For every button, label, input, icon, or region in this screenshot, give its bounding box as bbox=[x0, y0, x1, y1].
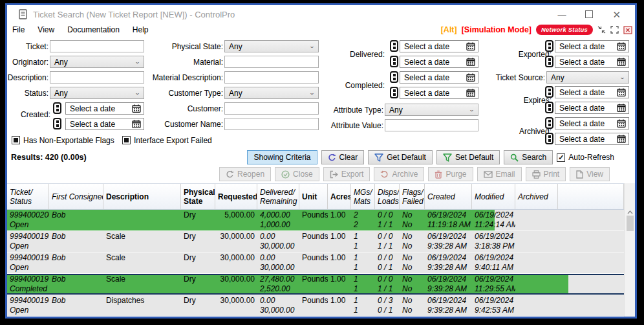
ticket-source-select[interactable]: Any⌄ bbox=[546, 71, 629, 84]
column-header-flags-failed[interactable]: Flags/Failed bbox=[400, 184, 425, 209]
between-toggle-icon[interactable] bbox=[53, 118, 61, 129]
between-toggle-icon[interactable] bbox=[545, 86, 553, 98]
calendar-icon[interactable] bbox=[132, 120, 141, 128]
calendar-icon[interactable] bbox=[617, 42, 626, 50]
minimize-button[interactable]: — bbox=[557, 10, 566, 19]
close-ticket-button[interactable]: Close bbox=[275, 167, 319, 181]
archived-start-date-input[interactable]: Select a date bbox=[555, 117, 629, 129]
customer-input[interactable] bbox=[224, 102, 319, 115]
between-toggle-icon[interactable] bbox=[390, 87, 398, 98]
collapse-icon[interactable] bbox=[597, 26, 606, 34]
close-button[interactable]: ✕ bbox=[612, 10, 621, 19]
originator-select[interactable]: Any⌄ bbox=[50, 56, 144, 68]
purge-button[interactable]: Purge bbox=[428, 167, 473, 181]
customer-name-input[interactable] bbox=[224, 118, 319, 130]
column-header-ticket-status[interactable]: Ticket/Status bbox=[7, 184, 49, 209]
between-toggle-icon[interactable] bbox=[545, 40, 553, 52]
completed-end-date-input[interactable]: Select a date bbox=[400, 87, 478, 99]
description-input[interactable] bbox=[50, 71, 144, 84]
exported-start-date-input[interactable]: Select a date bbox=[555, 40, 629, 52]
physical-state-select[interactable]: Any⌄ bbox=[224, 40, 319, 52]
attribute-value-input[interactable] bbox=[385, 119, 478, 131]
ticket-input[interactable] bbox=[50, 40, 144, 52]
material-description-input[interactable] bbox=[224, 71, 319, 84]
column-header-description[interactable]: Description bbox=[103, 184, 181, 209]
between-toggle-icon[interactable] bbox=[53, 102, 61, 114]
table-row[interactable]: 9994000200OpenBobDry5,000.004,000.001,00… bbox=[7, 210, 624, 231]
column-header-created[interactable]: Created bbox=[425, 184, 472, 209]
calendar-icon[interactable] bbox=[466, 89, 475, 97]
expires-end-date-input[interactable]: Select a date bbox=[555, 102, 629, 114]
archived-end-date-input[interactable]: Select a date bbox=[555, 133, 629, 145]
close-panel-icon[interactable] bbox=[623, 26, 632, 34]
created-end-date-input[interactable]: Select a date bbox=[65, 118, 144, 130]
material-input[interactable] bbox=[224, 56, 319, 68]
between-toggle-icon[interactable] bbox=[390, 40, 398, 52]
print-button[interactable]: Print bbox=[526, 167, 566, 181]
get-default-button[interactable]: Get Default bbox=[368, 150, 433, 164]
cell-physical-state: Dry bbox=[181, 231, 215, 252]
delivered-start-date-input[interactable]: Select a date bbox=[400, 40, 478, 52]
table-row[interactable]: 9994000197CompletedBobScaleDry30,000.002… bbox=[7, 274, 624, 295]
calendar-icon[interactable] bbox=[466, 73, 475, 82]
delivered-end-date-input[interactable]: Select a date bbox=[400, 56, 478, 68]
expand-icon[interactable] bbox=[610, 26, 619, 34]
column-header-disps-loads[interactable]: Disps/Loads bbox=[375, 184, 400, 209]
calendar-icon[interactable] bbox=[617, 58, 626, 66]
calendar-icon[interactable] bbox=[617, 119, 626, 128]
menu-help[interactable]: Help bbox=[133, 25, 149, 34]
calendar-icon[interactable] bbox=[617, 104, 626, 112]
between-toggle-icon[interactable] bbox=[390, 56, 398, 67]
network-status-badge[interactable]: Network Status bbox=[536, 25, 593, 35]
completed-start-date-input[interactable]: Select a date bbox=[400, 71, 478, 84]
calendar-icon[interactable] bbox=[466, 58, 475, 66]
calendar-icon[interactable] bbox=[617, 135, 626, 143]
column-header-physical-state[interactable]: PhysicalState bbox=[181, 184, 215, 209]
column-header-mgs-mats[interactable]: MGs/Mats bbox=[351, 184, 375, 209]
scrollbar-thumb[interactable] bbox=[627, 216, 634, 231]
clear-button[interactable]: Clear bbox=[321, 150, 365, 164]
export-button[interactable]: Export bbox=[323, 167, 370, 181]
auto-refresh-checkbox[interactable]: ✓ Auto-Refresh bbox=[557, 153, 614, 162]
has-non-exportable-flags-checkbox[interactable] bbox=[12, 136, 20, 144]
column-header-modified[interactable]: Modified bbox=[472, 184, 515, 209]
calendar-icon[interactable] bbox=[132, 104, 141, 113]
between-toggle-icon[interactable] bbox=[545, 56, 553, 67]
calendar-icon[interactable] bbox=[466, 42, 475, 50]
menu-file[interactable]: File bbox=[12, 25, 25, 34]
status-select[interactable]: Any⌄ bbox=[50, 87, 144, 99]
customer-type-select[interactable]: Any⌄ bbox=[224, 87, 319, 99]
scroll-up-icon[interactable] bbox=[627, 210, 634, 214]
menu-documentation[interactable]: Documentation bbox=[67, 25, 120, 34]
reopen-button[interactable]: Reopen bbox=[219, 167, 271, 181]
between-toggle-icon[interactable] bbox=[545, 133, 553, 144]
email-button[interactable]: Email bbox=[477, 167, 522, 181]
column-header-delivered-remaining[interactable]: Delivered/Remaining bbox=[257, 184, 299, 209]
column-header-first-consignee[interactable]: First Consignee bbox=[49, 184, 103, 209]
interface-export-failed-checkbox[interactable] bbox=[122, 136, 131, 144]
table-row[interactable]: 9994000199OpenBobScaleDry30,000.000.0030… bbox=[7, 231, 624, 252]
table-row[interactable]: 9994000196OpenBobDispatchesDry30,000.000… bbox=[7, 295, 624, 317]
between-toggle-icon[interactable] bbox=[545, 102, 553, 113]
title-bar[interactable]: Ticket Search (New Ticket Report [NEW]) … bbox=[7, 5, 635, 23]
set-default-button[interactable]: Set Default bbox=[436, 150, 500, 164]
created-start-date-input[interactable]: Select a date bbox=[65, 102, 144, 115]
exported-end-date-input[interactable]: Select a date bbox=[555, 56, 629, 68]
search-button[interactable]: Search bbox=[504, 150, 553, 164]
archive-button[interactable]: Archive bbox=[374, 167, 424, 181]
table-row[interactable]: 9994000198OpenBobScaleDry30,000.000.0030… bbox=[7, 252, 624, 274]
between-toggle-icon[interactable] bbox=[390, 71, 398, 83]
view-button[interactable]: View bbox=[570, 167, 610, 181]
column-header-unit[interactable]: Unit bbox=[299, 184, 328, 209]
calendar-icon[interactable] bbox=[617, 88, 626, 96]
menu-view[interactable]: View bbox=[38, 25, 54, 34]
vertical-scrollbar[interactable] bbox=[624, 183, 635, 317]
column-header-requested[interactable]: Requested bbox=[215, 184, 257, 209]
column-header-acres[interactable]: Acres bbox=[328, 184, 351, 209]
maximize-button[interactable] bbox=[585, 10, 593, 18]
between-toggle-icon[interactable] bbox=[545, 117, 553, 129]
attribute-type-select[interactable]: Any⌄ bbox=[385, 104, 478, 116]
column-header-archived[interactable]: Archived bbox=[515, 184, 558, 209]
expires-start-date-input[interactable]: Select a date bbox=[555, 86, 629, 98]
showing-criteria-button[interactable]: Showing Criteria bbox=[247, 150, 317, 164]
